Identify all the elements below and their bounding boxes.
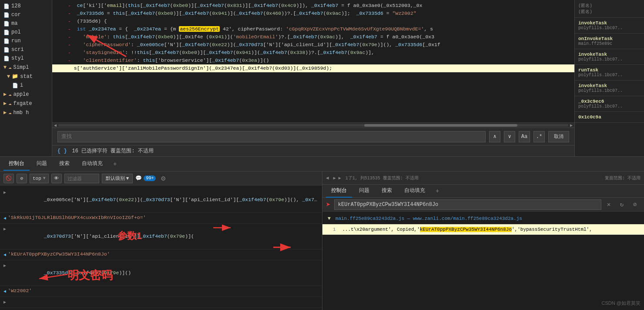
level-dropdown[interactable]: 默认级别 ▼ [102,174,133,183]
code-line: - 'staySignedIn': !!this[_0x1f4eb7(0xbe0… [52,49,574,57]
console-row-1[interactable]: ▶ _0xe005ce['N'][_0x1f4eb7(0xe22)](_0x37… [0,187,322,213]
call-stack-item-2[interactable]: onInvokeTask main.ff25e89c [575,34,644,49]
clear-search-icon[interactable]: ✕ [603,199,614,210]
top-area: 📄 128 📄 cor 📄 ma 📄 pol 📄 run 📄 scri 📄 st… [0,0,644,157]
console-left: 🚫 ⊘ top ▼ 👁 默认级别 ▼ 💬 99+ ⚙ [0,172,322,310]
call-stack-item-0[interactable]: (匿名) (匿名) [575,0,644,18]
sidebar-item-hmb[interactable]: ▶ ☁ hmb h [0,108,52,117]
bubble-icon: 💬 [135,175,142,182]
folder-icon3: 📁 [12,73,18,80]
sidebar-item-scri[interactable]: 📄 scri [0,45,52,54]
expand-triangle-icon: ▼ [328,216,331,221]
folder-icon5: ☁ [8,100,11,107]
folder-icon: ▼ [7,74,10,80]
console-toolbar: 🚫 ⊘ top ▼ 👁 默认级别 ▼ 💬 99+ ⚙ [0,172,322,185]
reload-icon[interactable]: ↻ [616,199,627,210]
code-editor: - ce['ki']['email](this[_0x1f4eb7(0xbe0)… [52,0,574,156]
file-icon: 📄 [3,3,10,9]
sidebar-item-cor[interactable]: 📄 cor [0,10,52,19]
clear-console-button[interactable]: 🚫 [3,174,14,183]
search-down-button[interactable]: ∨ [504,131,515,142]
call-stack-item-4[interactable]: runTask polyfills.1bc07.. [575,65,644,81]
sidebar-item-styl[interactable]: 📄 styl [0,54,52,63]
row-arrow-icon: ◀ [3,214,6,222]
call-stack-item-5[interactable]: invokeTask polyfills.1bc07.. [575,81,644,96]
tab-console[interactable]: 控制台 [3,157,30,171]
console-rows: ▶ _0xe005ce['N'][_0x1f4eb7(0xe22)](_0x37… [0,185,322,310]
file-icon: 📄 [3,21,10,27]
console-row-5[interactable]: ▶ _0x7335d6[_0x1f4eb7(0x79e)]() [0,260,322,286]
right-tab-bar: ◀ ▶ ▶ 1了1, 列513535 覆盖范围: 不适用 复面范围: 不适用 [322,172,644,185]
right-status-text: 1了1, 列513535 覆盖范围: 不适用 [345,175,419,181]
call-stack-item-7[interactable]: 0x1c0c9a [575,112,644,123]
right-source-row[interactable]: ▼ main.ff25e89ca3243d2a.js — www.zanli.c… [322,213,644,224]
file-icon: 📄 [3,30,10,35]
sidebar-item-128[interactable]: 📄 128 [0,2,52,10]
right-code-suffix: ','bypassSecurityTrustHtml', [512,227,592,232]
console-row-2[interactable]: ◀ 'SkRkU01jTGJLRlBUSlhGUPX4cuxWxIbRnVIoo… [0,213,322,224]
console-row-6[interactable]: ◀ 'Wz2002' [0,286,322,297]
folder-icon: ▶ [3,100,7,107]
search-bar: ∧ ∨ Aa .* 取消 [52,128,574,145]
add-tab-button[interactable]: + [110,159,120,169]
code-content: - ce['ki']['email](this[_0x1f4eb7(0xbe0)… [52,0,574,122]
right-add-tab-button[interactable]: + [432,186,443,196]
search-up-button[interactable]: ∧ [489,131,500,142]
console-row-7[interactable]: ▶ [0,297,322,308]
call-stack-item-1[interactable]: invokeTask polyfills.1bc07.. [575,18,644,34]
row-arrow-icon: ◀ [3,250,6,259]
status-bar: { } 16 已选择字符 覆盖范围: 不适用 [52,145,574,156]
right-search-bar: ➤ ✕ ↻ ⊘ [322,198,644,212]
expand-icon: ▶ ▶ [333,175,341,181]
right-code-row[interactable]: 1 ...t\x20argument', Copied,'kEUrAT0ppPX… [322,224,644,235]
sidebar-item-pol[interactable]: 📄 pol [0,28,52,37]
scrollbar-track[interactable] [58,124,568,127]
search-regex-button[interactable]: .* [533,131,545,142]
right-tab-issues[interactable]: 问题 [354,184,375,198]
search-input[interactable] [57,131,486,142]
console-row-3[interactable]: ▶ _0x370d73['N']['api_client_id'][_0x1f4… [0,224,322,249]
sidebar-item-ma[interactable]: 📄 ma [0,19,52,28]
chevron-down-icon: ▼ [126,176,129,181]
sidebar-item-simpl[interactable]: ▼ ☁ Simpl [0,63,52,72]
right-status-info: 复面范围: 不适用 [605,175,641,181]
call-stack-item-3[interactable]: invokeTask polyfills.1bc07.. [575,49,644,65]
tab-search[interactable]: 搜索 [54,157,75,171]
sidebar-item-run[interactable]: 📄 run [0,37,52,45]
level-label: 默认级别 [106,175,125,182]
watermark: CSDN @如君莫笑 [602,300,641,307]
top-dropdown[interactable]: top ▼ [30,174,49,183]
call-stack-item-6[interactable]: _0x3c9ec6 polyfills.1bc07.. [575,96,644,112]
console-settings-button[interactable]: ⚙ [158,174,168,183]
tab-issues[interactable]: 问题 [31,157,52,171]
row-arrow-icon: ▶ [3,261,6,270]
line-number: 1 [333,227,336,232]
row-arrow-icon: ▶ [3,298,6,307]
sidebar-item-fxgate[interactable]: ▶ ☁ fxgate [0,99,52,108]
code-scrollbar[interactable]: ◀ ▶ [52,122,574,128]
sidebar-item-i[interactable]: 📄 i [0,81,52,90]
filter-input[interactable] [64,174,99,183]
folder-icon2: ☁ [8,64,11,71]
code-line: - 'mobile': this[_0x1f4eb7(0xbe0)][_0x1f… [52,33,574,41]
block-icon[interactable]: ⊘ [629,199,641,210]
code-line-highlighted: s['authService']['zanliMobilePasswordSig… [52,64,574,72]
tab-autofill[interactable]: 自动填充 [77,157,108,171]
cancel-button[interactable]: 取消 [548,131,569,142]
block-button[interactable]: ⊘ [17,174,27,183]
inspect-button[interactable]: 👁 [51,174,62,183]
sidebar-item-stat[interactable]: ▼ 📁 stat [0,72,52,81]
right-tab-search[interactable]: 搜索 [376,184,397,198]
console-content: 🚫 ⊘ top ▼ 👁 默认级别 ▼ 💬 99+ ⚙ [0,172,644,310]
right-search-input[interactable] [334,199,601,210]
file-icon: 📄 [3,38,10,44]
right-tab-console[interactable]: 控制台 [326,184,352,198]
right-tab-autofill[interactable]: 自动填充 [399,184,430,198]
folder-icon4: ☁ [8,91,11,98]
scroll-left-icon[interactable]: ◀ [326,175,329,181]
code-line: - 'cipherPassword': _0xe005ce['N'][_0x1f… [52,41,574,49]
tab-bar: 控制台 问题 搜索 自动填充 + [0,157,644,172]
sidebar-item-apple[interactable]: ▶ ☁ apple [0,90,52,99]
console-row-4[interactable]: ◀ 'kEUrAT0ppPXByzCPw35WY3I44NP6n8Jo' [0,249,322,260]
search-case-button[interactable]: Aa [519,131,530,142]
